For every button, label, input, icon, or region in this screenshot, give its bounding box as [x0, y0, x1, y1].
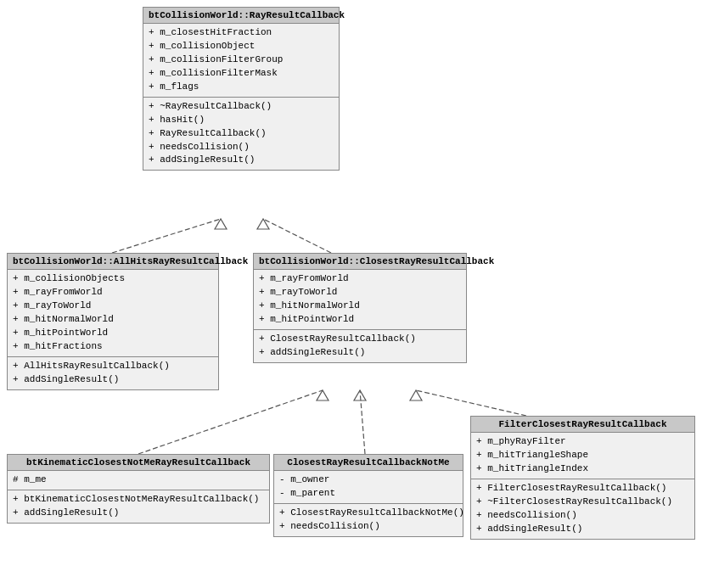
- fields-closest-not-me: - m_owner - m_parent: [274, 471, 463, 504]
- svg-marker-5: [317, 390, 329, 400]
- svg-marker-9: [410, 390, 422, 400]
- class-name-closest: btCollisionWorld::ClosestRayResultCallba…: [254, 254, 466, 270]
- class-name-all-hits: btCollisionWorld::AllHitsRayResultCallba…: [8, 254, 218, 270]
- svg-line-0: [112, 219, 221, 253]
- class-name-filter-closest: FilterClosestRayResultCallback: [471, 417, 694, 433]
- methods-filter-closest: + FilterClosestRayResultCallback() + ~Fi…: [471, 479, 694, 539]
- class-name-closest-not-me: ClosestRayResultCallbackNotMe: [274, 455, 463, 471]
- box-btkinematic: btKinematicClosestNotMeRayResultCallback…: [7, 454, 270, 524]
- box-ray-result-callback: btCollisionWorld::RayResultCallback + m_…: [143, 7, 340, 171]
- methods-ray-result-callback: + ~RayResultCallback() + hasHit() + RayR…: [143, 98, 339, 171]
- box-closest-not-me: ClosestRayResultCallbackNotMe - m_owner …: [273, 454, 463, 537]
- diagram-container: btCollisionWorld::RayResultCallback + m_…: [0, 0, 702, 588]
- box-closest: btCollisionWorld::ClosestRayResultCallba…: [253, 253, 467, 363]
- methods-btkinematic: + btKinematicClosestNotMeRayResultCallba…: [8, 490, 269, 523]
- fields-ray-result-callback: + m_closestHitFraction + m_collisionObje…: [143, 24, 339, 98]
- methods-closest: + ClosestRayResultCallback() + addSingle…: [254, 330, 466, 362]
- methods-closest-not-me: + ClosestRayResultCallbackNotMe() + need…: [274, 504, 463, 536]
- svg-line-4: [138, 390, 323, 454]
- fields-btkinematic: # m_me: [8, 471, 269, 490]
- class-name-ray-result-callback: btCollisionWorld::RayResultCallback: [143, 8, 339, 24]
- svg-marker-1: [215, 219, 227, 229]
- svg-line-6: [360, 390, 365, 454]
- svg-line-2: [263, 219, 331, 253]
- svg-line-8: [416, 390, 526, 416]
- box-all-hits: btCollisionWorld::AllHitsRayResultCallba…: [7, 253, 219, 390]
- box-filter-closest: FilterClosestRayResultCallback + m_phyRa…: [470, 416, 695, 540]
- svg-marker-7: [354, 390, 366, 400]
- class-name-btkinematic: btKinematicClosestNotMeRayResultCallback: [8, 455, 269, 471]
- svg-marker-3: [257, 219, 269, 229]
- fields-all-hits: + m_collisionObjects + m_rayFromWorld + …: [8, 270, 218, 357]
- methods-all-hits: + AllHitsRayResultCallback() + addSingle…: [8, 357, 218, 389]
- fields-filter-closest: + m_phyRayFilter + m_hitTriangleShape + …: [471, 433, 694, 479]
- fields-closest: + m_rayFromWorld + m_rayToWorld + m_hitN…: [254, 270, 466, 330]
